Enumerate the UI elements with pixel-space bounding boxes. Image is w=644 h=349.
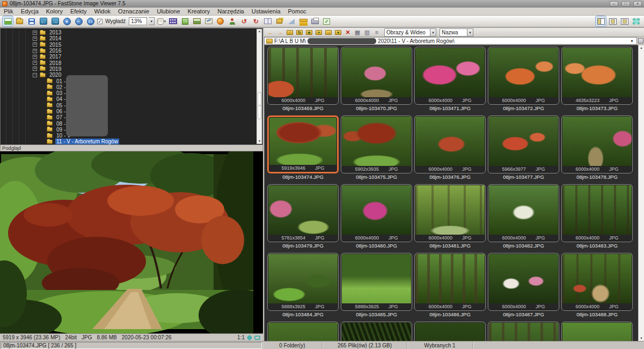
zoom-select-arrow[interactable]: ▾ — [149, 17, 155, 25]
fit-window-icon[interactable] — [246, 335, 252, 340]
smooth-checkbox[interactable]: ✓ — [97, 19, 103, 24]
zoom-actual-button[interactable]: 1:1 — [85, 16, 96, 26]
view-columns-button[interactable]: ▥ — [363, 28, 371, 37]
menu-item-pomoc[interactable]: Pomoc — [284, 8, 310, 15]
menu-item-widok[interactable]: Widok — [91, 8, 115, 15]
layout-window-button[interactable] — [619, 16, 630, 26]
rotate-right-button[interactable]: ↻ — [251, 16, 261, 26]
thumbnail-scrollbar[interactable]: ▲ ▼ — [638, 45, 644, 341]
browser-button[interactable] — [3, 16, 13, 26]
tree-row[interactable]: 08 - V - — [1, 120, 256, 126]
thumb-scroll-down-icon[interactable]: ▼ — [639, 336, 644, 341]
scroll-up-icon[interactable]: ▲ — [257, 29, 262, 34]
tree-row[interactable]: +2018 — [1, 60, 256, 66]
tree-expander-icon[interactable]: + — [33, 37, 37, 41]
measure-button[interactable] — [286, 16, 296, 26]
tree-row[interactable]: 04 - IV — [1, 96, 256, 102]
tree-row[interactable]: 07 - IV — [1, 114, 256, 120]
menu-item-ulubione[interactable]: Ulubione — [153, 8, 184, 15]
thumbnail-08jm-103471-jpg[interactable]: 6000x4000JPG08jm-103471.JPG — [414, 47, 486, 112]
thumbnail-08jm-103477-jpg[interactable]: 5966x3977JPG08jm-103477.JPG — [488, 115, 559, 180]
menu-item-kreatory[interactable]: Kreatory — [184, 8, 214, 15]
tree-expander-icon[interactable]: + — [33, 42, 37, 47]
slideshow-button[interactable] — [168, 16, 178, 26]
thumbnail-08jm-103487-jpg[interactable]: 6000x4000JPG08jm-103487.JPG — [488, 253, 559, 318]
thumbnail-08jm-103479-jpg[interactable]: 5781x3854JPG08jm-103479.JPG — [267, 184, 339, 249]
tree-row[interactable]: 05 - IV — [1, 103, 256, 108]
thumbnail-08jm-103473-jpg[interactable]: 4835x3223JPG08jm-103473.JPG — [561, 47, 633, 112]
tree-row[interactable]: +2017 — [1, 54, 256, 60]
refresh-button[interactable]: ↻ — [295, 28, 304, 37]
copy-move-button[interactable] — [274, 16, 284, 26]
tree-expander-icon[interactable]: + — [33, 49, 37, 53]
tree-row[interactable]: 01 - I - — [1, 78, 256, 84]
thumbnail-partial[interactable] — [561, 322, 633, 341]
thumbnail-08jm-103483-jpg[interactable]: 6000x4000JPG08jm-103483.JPG — [561, 184, 633, 249]
tree-row[interactable]: 02 - II - — [1, 84, 256, 90]
zoom-select[interactable]: 13% — [129, 17, 147, 25]
pan-tool-button[interactable]: ▾ — [156, 16, 166, 26]
thumbnail-partial[interactable] — [341, 322, 412, 341]
convert-button[interactable] — [180, 16, 190, 26]
scroll-down-icon[interactable]: ▼ — [257, 139, 262, 144]
menu-item-plik[interactable]: Plik — [0, 8, 17, 15]
tree-row[interactable]: 06 - IV — [1, 108, 256, 114]
thumbnail-partial[interactable] — [488, 322, 559, 341]
thumbnail-08jm-103486-jpg[interactable]: 6000x4000JPG08jm-103486.JPG — [414, 253, 486, 318]
delete-button[interactable]: ✕ — [343, 28, 352, 37]
tree-row[interactable]: +2015 — [1, 42, 256, 48]
close-button[interactable]: × — [633, 1, 642, 6]
fit-screen-icon[interactable] — [254, 336, 260, 340]
sort-select[interactable]: Nazwa ▾ — [440, 28, 473, 37]
thumbnail-08jm-103474-jpg[interactable]: 5919x3946JPG08jm-103474.JPG — [267, 115, 339, 180]
tree-row[interactable]: 11 - V - Arboretum Rogów — [1, 139, 256, 144]
thumbnail-08jm-103476-jpg[interactable]: 6000x4000JPG08jm-103476.JPG — [414, 115, 486, 180]
save-button[interactable] — [26, 16, 36, 26]
address-bar[interactable]: F:\A L B U M\ 2020\11 - V - Arboretum Ro… — [264, 37, 637, 45]
preview-panel[interactable] — [0, 151, 263, 333]
copy-to-button[interactable]: + — [314, 28, 323, 37]
zoom-out-button[interactable]: − — [74, 16, 84, 26]
rotate-left-button[interactable]: ↺ — [239, 16, 249, 26]
thumbnail-08jm-103469-jpg[interactable]: 6000x4000JPG08jm-103469.JPG — [267, 47, 339, 112]
minimize-button[interactable]: – — [610, 1, 618, 6]
filter-arrow-icon[interactable]: ▾ — [430, 28, 436, 37]
thumbnail-partial[interactable] — [267, 322, 339, 341]
thumbnail-08jm-103481-jpg[interactable]: 6000x4000JPG08jm-103481.JPG — [414, 184, 486, 249]
tree-row[interactable]: +2013 — [1, 30, 256, 35]
compare-button[interactable] — [262, 16, 273, 26]
thumbnail-08jm-103488-jpg[interactable]: 6000x4000JPG08jm-103488.JPG — [561, 253, 633, 318]
color-button[interactable] — [215, 16, 225, 26]
tree-row[interactable]: +2014 — [1, 35, 256, 41]
tree-scrollbar[interactable]: ▲ ▼ — [257, 29, 262, 144]
tree-expander-icon[interactable]: + — [33, 31, 37, 35]
tree-row[interactable]: −2020 — [1, 72, 256, 78]
menu-item-edycja[interactable]: Edycja — [17, 8, 42, 15]
layout-viewer-button[interactable] — [608, 16, 618, 26]
tree-expander-icon[interactable]: + — [33, 55, 37, 59]
title-bar[interactable]: 08jm-103474.JPG - FastStone Image Viewer… — [0, 0, 644, 8]
menu-item-efekty[interactable]: Efekty — [67, 8, 91, 15]
thumb-scroll-up-icon[interactable]: ▲ — [639, 45, 644, 50]
tree-row[interactable]: +2019 — [1, 66, 256, 72]
stack-button[interactable] — [298, 16, 308, 26]
print-button[interactable] — [310, 16, 320, 26]
paste-button[interactable]: ▾ — [334, 28, 342, 37]
thumbnail-08jm-103478-jpg[interactable]: 6000x4000JPG08jm-103478.JPG — [561, 115, 633, 180]
thumbnail-partial[interactable] — [414, 322, 486, 341]
favorites-button[interactable]: ★ — [305, 28, 313, 37]
restore-button[interactable]: □ — [621, 1, 630, 6]
prev-image-button[interactable]: ← — [38, 16, 48, 26]
redeye-button[interactable] — [227, 16, 237, 26]
thumbnail-08jm-103485-jpg[interactable]: 5888x3925JPG08jm-103485.JPG — [341, 253, 412, 318]
fullscreen-button[interactable] — [631, 16, 641, 26]
sort-arrow-icon[interactable]: ▾ — [467, 28, 473, 37]
thumbnail-08jm-103472-jpg[interactable]: 6000x4000JPG08jm-103472.JPG — [488, 47, 559, 112]
thumbnail-08jm-103484-jpg[interactable]: 5888x3925JPG08jm-103484.JPG — [267, 253, 339, 318]
back-button[interactable]: ← — [266, 28, 275, 37]
up-folder-button[interactable]: ↑ — [286, 28, 294, 37]
tree-expander-icon[interactable]: + — [33, 67, 37, 71]
forward-button[interactable]: → — [276, 28, 284, 37]
tree-row[interactable]: 03 - III — [1, 90, 256, 96]
tree-row[interactable]: +2016 — [1, 48, 256, 54]
